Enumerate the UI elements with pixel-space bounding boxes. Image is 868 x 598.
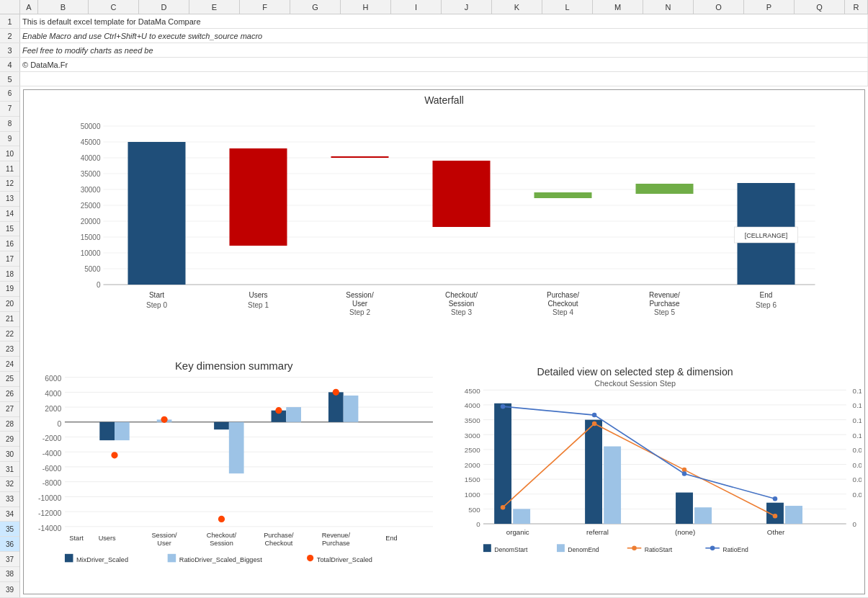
kdim-purchase-ratio (286, 407, 301, 422)
svg-text:-2000: -2000 (42, 434, 62, 442)
svg-text:Checkout Session Step: Checkout Session Step (594, 379, 676, 388)
svg-text:Start: Start (69, 535, 84, 542)
svg-text:Key dimension summary: Key dimension summary (175, 360, 293, 372)
svg-text:2000: 2000 (45, 405, 61, 413)
bar-start (128, 142, 186, 285)
key-dimension-svg: Key dimension summary 6000 4000 2000 0 -… (27, 339, 442, 589)
kdim-checkout-total-dot (218, 516, 225, 522)
kdim-revenue-total-dot (333, 389, 339, 396)
row-1: 1 This is default excel template for Dat… (0, 14, 868, 29)
row-num-26: 26 (0, 387, 19, 402)
row-num-7: 7 (0, 102, 19, 117)
col-e: E (189, 0, 240, 14)
svg-text:Step 2: Step 2 (349, 308, 370, 316)
col-h: H (341, 0, 391, 14)
svg-text:-6000: -6000 (42, 465, 62, 473)
col-j: J (442, 0, 492, 14)
row-num-15: 15 (0, 222, 19, 237)
detail-legend-ratioend-label: RatioEnd (722, 546, 748, 553)
row-num-20: 20 (0, 297, 19, 312)
detail-legend-ratiostart-icon (632, 545, 637, 550)
row-num-10: 10 (0, 146, 19, 161)
bar-revenue-purchase (636, 184, 694, 194)
svg-text:0.16: 0.16 (852, 387, 862, 395)
row-numbers-column: 6 7 8 9 10 11 12 13 14 15 16 17 18 19 20… (0, 86, 20, 597)
column-headers: A B C D E F G H I J K L M N O P Q R (0, 0, 868, 14)
detail-legend-ratioend-icon (710, 545, 715, 550)
col-r: R (845, 0, 868, 14)
row-num-35: 35 (0, 522, 19, 537)
svg-text:Step 6: Step 6 (756, 301, 777, 309)
row-5: 5 (0, 72, 868, 86)
svg-text:Session: Session (449, 300, 475, 308)
row-num-2: 2 (0, 29, 20, 43)
kdim-revenue-mix (328, 392, 344, 421)
row-num-21: 21 (0, 312, 19, 327)
row-num-18: 18 (0, 267, 19, 282)
svg-text:0.08: 0.08 (852, 446, 862, 454)
svg-text:5000: 5000 (84, 265, 101, 273)
svg-text:organic: organic (506, 528, 529, 536)
svg-text:0.04: 0.04 (852, 476, 862, 483)
cell-4: © DataMa.Fr (20, 58, 868, 71)
svg-text:25000: 25000 (81, 202, 101, 210)
svg-text:10000: 10000 (81, 249, 101, 257)
svg-text:Revenue/: Revenue/ (322, 532, 351, 539)
svg-text:Revenue/: Revenue/ (649, 291, 680, 299)
row-num-19: 19 (0, 282, 19, 297)
col-n: N (643, 0, 694, 14)
svg-text:1500: 1500 (464, 476, 480, 483)
kdim-purchase-total-dot (275, 407, 282, 414)
svg-text:6000: 6000 (45, 375, 61, 383)
svg-text:Other: Other (766, 528, 784, 536)
detail-referral-denomend (604, 447, 621, 524)
svg-text:Checkout: Checkout (547, 300, 578, 308)
detail-referral-denomstart (585, 420, 602, 524)
row-num-17: 17 (0, 251, 19, 267)
row-num-12: 12 (0, 177, 19, 192)
svg-text:Start: Start (149, 291, 164, 299)
detail-none-denomstart (676, 493, 693, 524)
svg-text:User: User (157, 540, 171, 547)
svg-text:(none): (none) (674, 528, 694, 536)
svg-text:Session: Session (210, 540, 233, 547)
svg-text:45000: 45000 (81, 138, 101, 146)
bar-session-user (331, 156, 389, 158)
ratio-end-dot-none (681, 471, 686, 476)
svg-text:15000: 15000 (81, 233, 101, 241)
row-num-8: 8 (0, 117, 19, 132)
detail-legend-denomend-label: DenomEnd (568, 546, 599, 553)
svg-text:4000: 4000 (464, 401, 480, 409)
detail-legend-denomstart-label: DenomStart (494, 546, 528, 553)
row-num-27: 27 (0, 402, 19, 417)
svg-text:Purchase: Purchase (322, 540, 350, 547)
svg-text:35000: 35000 (81, 170, 101, 178)
row-num-24: 24 (0, 357, 19, 372)
detail-organic-denomend (513, 509, 530, 524)
ratio-end-line (503, 406, 775, 499)
svg-text:-14000: -14000 (38, 525, 61, 532)
svg-text:3000: 3000 (464, 432, 480, 439)
col-d: D (139, 0, 189, 14)
ratio-end-dot-other (772, 496, 777, 501)
svg-text:-4000: -4000 (42, 450, 62, 458)
cell-5 (20, 72, 868, 86)
kdim-session-total-dot (161, 416, 167, 423)
svg-text:TotalDriver_Scaled: TotalDriver_Scaled (317, 556, 372, 563)
svg-text:Step 3: Step 3 (451, 308, 472, 316)
svg-text:MixDriver_Scaled: MixDriver_Scaled (76, 556, 128, 563)
detail-none-denomend (694, 507, 712, 524)
svg-text:0: 0 (97, 281, 101, 289)
spreadsheet: A B C D E F G H I J K L M N O P Q R 1 Th… (0, 0, 868, 598)
row-num-36: 36 (0, 537, 19, 552)
svg-text:4000: 4000 (45, 390, 61, 398)
svg-text:0.12: 0.12 (852, 416, 862, 424)
chart-rows-container: 6 7 8 9 10 11 12 13 14 15 16 17 18 19 20… (0, 86, 868, 598)
svg-text:Step 4: Step 4 (552, 308, 573, 316)
key-dimension-chart: Key dimension summary 6000 4000 2000 0 -… (27, 339, 442, 589)
kdim-users-ratio (115, 422, 130, 440)
svg-text:[CELLRANGE]: [CELLRANGE] (745, 232, 788, 239)
svg-text:Checkout/: Checkout/ (445, 291, 478, 299)
row-3: 3 Feel free to modify charts as need be (0, 43, 868, 58)
row-num-28: 28 (0, 417, 19, 432)
